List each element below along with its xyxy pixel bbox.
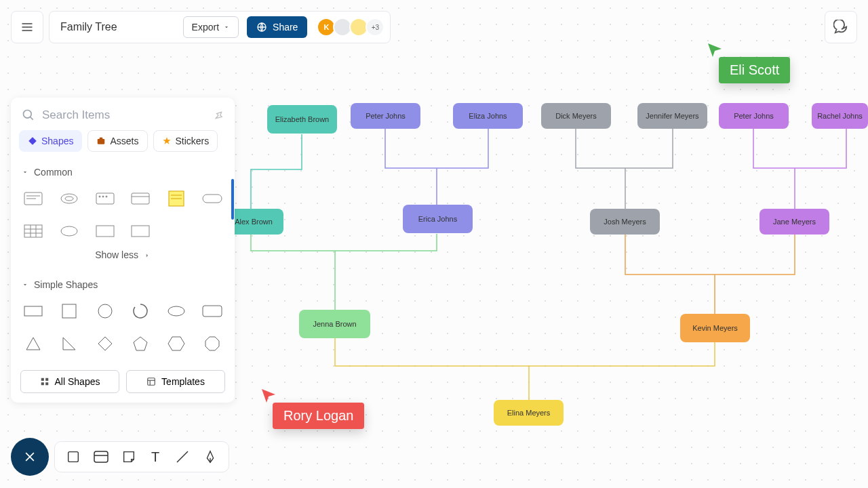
person-node[interactable]: Elizabeth Brown [267,105,337,134]
shape-square[interactable] [58,300,81,323]
shape-link[interactable] [58,187,81,210]
shape-ellipse[interactable] [58,220,81,243]
share-button[interactable]: Share [247,16,307,38]
cursor-label: Rory Logan [273,403,364,429]
person-node[interactable]: Jenna Brown [299,310,370,338]
person-node[interactable]: Kevin Meyers [680,314,750,342]
svg-point-13 [99,196,100,197]
section-common[interactable]: Common [22,167,224,178]
tab-stickers[interactable]: Stickers [153,130,218,152]
close-icon [23,450,37,464]
tool-sticky[interactable] [121,449,136,464]
chevron-right-icon [144,252,151,259]
star-icon [162,136,172,146]
shape-octagon[interactable] [200,332,224,355]
diamond-icon [28,136,37,146]
cursor-label: Eli Scott [719,57,790,83]
tab-assets[interactable]: Assets [87,130,147,152]
search-input[interactable] [42,108,206,122]
svg-rect-34 [203,306,222,317]
svg-rect-37 [41,382,43,385]
tab-shapes[interactable]: Shapes [19,130,82,152]
person-node[interactable]: Elina Meyers [494,400,564,426]
shape-rectangle[interactable] [22,300,45,323]
chevron-down-icon [22,281,28,288]
pin-icon[interactable] [211,108,226,123]
svg-rect-16 [132,193,149,204]
show-less[interactable]: Show less [22,244,224,266]
svg-rect-28 [96,226,114,237]
svg-line-5 [31,117,33,120]
tool-pen[interactable] [203,449,218,464]
person-node[interactable]: Jennifer Meyers [637,103,707,129]
person-node[interactable]: Jane Meyers [760,209,829,235]
person-node[interactable]: Eliza Johns [453,103,523,129]
svg-rect-30 [24,306,42,316]
svg-point-10 [61,194,77,203]
comments-button[interactable] [825,11,857,43]
svg-rect-29 [132,226,149,237]
tool-rectangle[interactable] [66,449,81,464]
document-title[interactable]: Family Tree [60,21,175,33]
svg-rect-35 [41,378,43,381]
person-node[interactable]: Peter Johns [351,103,420,129]
shape-arc[interactable] [129,300,153,323]
chevron-down-icon [22,169,28,176]
section-simple[interactable]: Simple Shapes [22,279,224,290]
svg-rect-44 [68,452,79,462]
chat-icon [833,20,848,35]
svg-rect-45 [94,451,108,462]
svg-line-48 [177,451,188,462]
shape-triangle[interactable] [22,332,45,355]
shape-oval[interactable] [165,300,189,323]
svg-rect-39 [148,378,155,386]
person-node[interactable]: Josh Meyers [590,209,660,235]
shape-terminator[interactable] [200,187,224,210]
chevron-down-icon [223,24,230,30]
person-node[interactable]: Erica Johns [403,205,473,233]
tool-line[interactable] [174,449,191,465]
shape-keyboard[interactable] [93,187,117,210]
shapes-panel: Shapes Assets Stickers Common [11,98,235,403]
svg-text:T: T [151,449,159,464]
shape-rounded-rect[interactable] [200,300,224,323]
shape-panel[interactable] [129,187,153,210]
all-shapes-button[interactable]: All Shapes [20,370,119,393]
svg-rect-22 [24,225,42,237]
svg-rect-12 [96,193,114,204]
svg-point-32 [98,304,112,318]
svg-rect-36 [45,378,48,381]
tool-card[interactable] [93,450,109,464]
templates-button[interactable]: Templates [126,370,225,393]
shape-right-triangle[interactable] [58,332,81,355]
person-node[interactable]: Peter Johns [719,103,789,129]
svg-rect-6 [98,139,105,144]
svg-point-4 [24,110,32,119]
tool-text[interactable]: T [149,449,162,464]
shape-table[interactable] [22,220,45,243]
shape-hexagon[interactable] [165,332,189,355]
avatar-more[interactable]: +3 [366,18,384,37]
globe-icon [256,22,267,33]
shape-diamond[interactable] [93,332,117,355]
close-button[interactable] [11,438,49,476]
svg-point-14 [102,196,104,197]
svg-point-11 [65,197,73,201]
scrollbar[interactable] [231,179,234,220]
person-node[interactable]: Dick Meyers [541,103,611,129]
shape-card[interactable] [22,187,45,210]
export-button[interactable]: Export [183,16,239,38]
svg-rect-38 [45,382,48,385]
collaborator-avatars[interactable]: K +3 [319,18,384,37]
shape-circle[interactable] [93,300,117,323]
search-icon [22,108,35,122]
menu-button[interactable] [11,11,43,43]
briefcase-icon [96,136,106,146]
shape-pentagon[interactable] [129,332,153,355]
shape-rect[interactable] [93,220,117,243]
shape-rect-outline[interactable] [129,220,153,243]
grid-icon [40,377,50,386]
person-node[interactable]: Rachel Johns [812,103,868,129]
shape-sticky[interactable] [165,187,189,210]
svg-point-33 [168,306,184,316]
